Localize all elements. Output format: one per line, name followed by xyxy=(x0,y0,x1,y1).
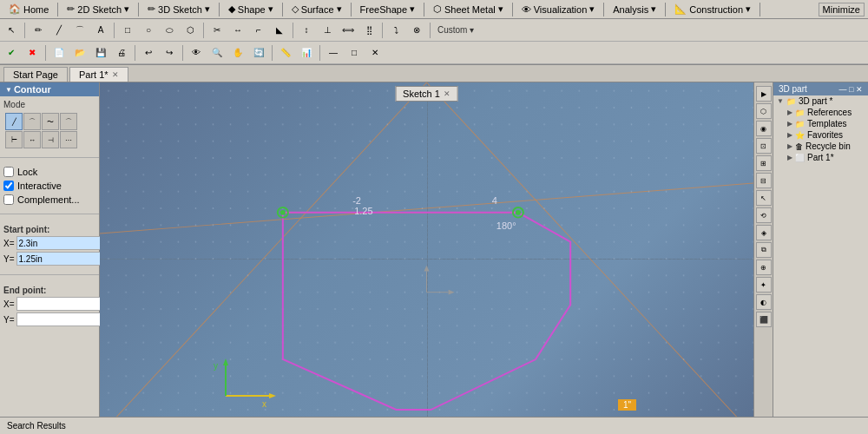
toolbar-arc-btn[interactable]: ⌒ xyxy=(70,21,89,40)
toolbar-zoom-btn[interactable]: 🔍 xyxy=(207,43,227,62)
side-nav-btn-7[interactable]: ↖ xyxy=(756,190,772,206)
toolbar-line-btn[interactable]: ╱ xyxy=(49,21,69,40)
toolbar-ellipse-btn[interactable]: ⬭ xyxy=(160,21,179,40)
interactive-checkbox[interactable] xyxy=(3,181,14,191)
start-point-label: Start point: xyxy=(3,225,95,234)
toolbar-new-btn[interactable]: 📄 xyxy=(49,43,69,62)
tab-part1-close[interactable]: ✕ xyxy=(112,70,119,79)
toolbar-view-btn[interactable]: 👁 xyxy=(187,43,206,62)
svg-point-8 xyxy=(280,210,286,215)
side-nav-btn-9[interactable]: ◈ xyxy=(756,225,772,240)
side-nav-btn-1[interactable]: ▶ xyxy=(756,86,772,102)
menu-minimize[interactable]: Minimize xyxy=(819,3,865,16)
toolbar-project-btn[interactable]: ⤵ xyxy=(386,21,405,40)
toolbar-circle-btn[interactable]: ○ xyxy=(139,21,158,40)
toolbar-print-btn[interactable]: 🖨 xyxy=(112,43,131,62)
menu-freeshape[interactable]: FreeShape ▾ xyxy=(355,2,420,16)
complement-checkbox[interactable] xyxy=(3,194,14,205)
x-end-key: X= xyxy=(3,299,15,309)
toolbar-row-2: ✔ ✖ 📄 📂 💾 🖨 ↩ ↪ 👁 🔍 ✋ 🔄 📏 📊 — □ ✕ xyxy=(0,42,868,64)
menu-2dsketch[interactable]: ✏ 2D Sketch ▾ xyxy=(62,2,135,16)
tree-item-recyclebin[interactable]: ▶ 🗑 Recycle bin xyxy=(773,141,868,152)
menu-3dsketch[interactable]: ✏ 3D Sketch ▾ xyxy=(142,2,215,16)
svg-text:180°: 180° xyxy=(496,220,516,231)
toolbar-maximize-btn[interactable]: ✕ xyxy=(365,43,385,62)
menu-surface[interactable]: ◇ Surface ▾ xyxy=(286,2,347,16)
toolbar-chamfer-btn[interactable]: ◣ xyxy=(270,21,289,40)
y-start-key: Y= xyxy=(3,254,15,264)
mode-extra4-btn[interactable]: ⋯ xyxy=(60,131,77,148)
svg-point-9 xyxy=(513,207,523,218)
side-nav-btn-3[interactable]: ◉ xyxy=(756,121,772,136)
toolbar-redo-btn[interactable]: ↪ xyxy=(160,43,179,62)
toolbar-dim-btn[interactable]: ↕ xyxy=(297,21,316,40)
side-nav-btn-5[interactable]: ⊞ xyxy=(756,155,772,171)
mode-extra3-btn[interactable]: ⊣ xyxy=(42,131,59,148)
toolbar-analyze-btn[interactable]: 📊 xyxy=(297,43,316,62)
toolbar-constraint-btn[interactable]: ⊥ xyxy=(318,21,337,40)
side-nav-btn-14[interactable]: ⬛ xyxy=(756,312,772,327)
tree-label-favorites: Favorites xyxy=(807,130,843,140)
side-nav-btn-6[interactable]: ⊟ xyxy=(756,173,772,188)
menu-construction[interactable]: 📐 Construction ▾ xyxy=(669,2,756,16)
toolbar-save-btn[interactable]: 💾 xyxy=(91,43,110,62)
lock-checkbox[interactable] xyxy=(3,167,14,177)
tree-label-references: References xyxy=(807,108,852,117)
toolbar-rect-btn[interactable]: □ xyxy=(118,21,137,40)
mode-spline-btn[interactable]: 〜 xyxy=(42,113,59,130)
toolbar-close-btn[interactable]: — xyxy=(324,43,343,62)
toolbar-undo-btn[interactable]: ↩ xyxy=(139,43,158,62)
mode-extra2-btn[interactable]: ↔ xyxy=(23,131,41,148)
side-nav-btn-12[interactable]: ✦ xyxy=(756,277,772,293)
tree-item-references[interactable]: ▶ 📁 References xyxy=(773,107,868,118)
toolbar-sketch-btn[interactable]: ✏ xyxy=(29,21,48,40)
menu-shape[interactable]: ◆ Shape ▾ xyxy=(223,2,279,16)
toolbar-poly-btn[interactable]: ⬡ xyxy=(181,21,200,40)
toolbar-sep-3 xyxy=(203,23,204,38)
toolbar-rotate-btn[interactable]: 🔄 xyxy=(249,43,268,62)
toolbar-intersect-btn[interactable]: ⊗ xyxy=(407,21,426,40)
toolbar-text-btn[interactable]: A xyxy=(91,21,110,40)
menu-sheetmetal[interactable]: ⬡ Sheet Metal ▾ xyxy=(428,2,509,16)
tree-label-part1: Part 1* xyxy=(807,153,834,162)
svg-text:-2: -2 xyxy=(352,195,361,206)
tree-item-3dpart[interactable]: ▼ 📁 3D part * xyxy=(773,95,868,107)
toolbar-select-btn[interactable]: ↖ xyxy=(2,21,21,40)
toolbar-restore-btn[interactable]: □ xyxy=(345,43,364,62)
side-nav-btn-11[interactable]: ⊕ xyxy=(756,260,772,275)
divider-2 xyxy=(0,214,99,214)
menu-home[interactable]: 🏠 Home xyxy=(3,2,54,16)
mode-extra1-btn[interactable]: ⊢ xyxy=(5,131,23,148)
toolbar-cancel-btn[interactable]: ✖ xyxy=(23,43,42,62)
menu-visualization[interactable]: 👁 Visualization ▾ xyxy=(516,2,601,16)
tab-start-page[interactable]: Start Page xyxy=(3,67,68,82)
side-nav-btn-2[interactable]: ⬡ xyxy=(756,103,772,119)
toolbar-pan-btn[interactable]: ✋ xyxy=(228,43,247,62)
menu-analysis[interactable]: Analysis ▾ xyxy=(608,2,661,16)
side-nav-btn-13[interactable]: ◐ xyxy=(756,294,772,310)
right-panel-title: 3D part xyxy=(779,84,807,94)
mode-line-btn[interactable]: ╱ xyxy=(5,113,23,130)
mode-arc-btn[interactable]: ⌒ xyxy=(23,113,41,130)
sketch-tab-close[interactable]: ✕ xyxy=(444,89,450,98)
side-nav-btn-8[interactable]: ⟲ xyxy=(756,207,772,223)
tree-item-part1[interactable]: ▶ ⬜ Part 1* xyxy=(773,152,868,163)
tree-item-favorites[interactable]: ▶ ⭐ Favorites xyxy=(773,129,868,141)
toolbar-extend-btn[interactable]: ↔ xyxy=(228,21,247,40)
toolbar-area: ↖ ✏ ╱ ⌒ A □ ○ ⬭ ⬡ ✂ ↔ ⌐ ◣ ↕ ⊥ ⟺ ⣿ ⤵ ⊗ Cu… xyxy=(0,19,868,65)
tab-part1[interactable]: Part 1* ✕ xyxy=(69,67,128,82)
toolbar-open-btn[interactable]: 📂 xyxy=(70,43,89,62)
toolbar-ok-btn[interactable]: ✔ xyxy=(2,43,21,62)
toolbar-pattern-btn[interactable]: ⣿ xyxy=(359,21,378,40)
toolbar-sep-10 xyxy=(272,45,273,61)
canvas-area[interactable]: Sketch 1 ✕ xyxy=(100,82,753,434)
side-nav-btn-4[interactable]: ⊡ xyxy=(756,138,772,154)
mode-tangent-btn[interactable]: ⌒ xyxy=(60,113,77,130)
side-nav-btn-10[interactable]: ⧉ xyxy=(756,242,772,258)
lock-row: Lock xyxy=(3,165,95,179)
toolbar-mirror-btn[interactable]: ⟺ xyxy=(339,21,358,40)
tree-item-templates[interactable]: ▶ 📁 Templates xyxy=(773,118,868,129)
toolbar-trim-btn[interactable]: ✂ xyxy=(207,21,227,40)
toolbar-fillet-btn[interactable]: ⌐ xyxy=(249,21,268,40)
toolbar-measure-btn[interactable]: 📏 xyxy=(276,43,295,62)
